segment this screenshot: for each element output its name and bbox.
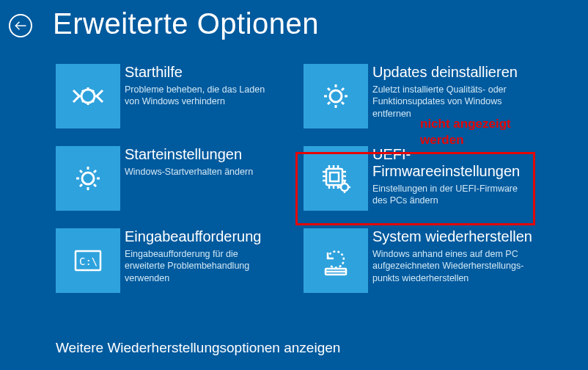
terminal-icon: C:\: [56, 228, 120, 293]
header: Erweiterte Optionen: [0, 0, 588, 40]
tile-title: Eingabeaufforderung: [125, 228, 279, 245]
svg-point-18: [341, 184, 348, 191]
gear-icon: [304, 64, 368, 128]
restore-icon: [304, 228, 368, 293]
tile-desc: Probleme beheben, die das Laden von Wind…: [125, 84, 279, 108]
svg-rect-5: [330, 173, 339, 181]
options-grid: Starthilfe Probleme beheben, die das Lad…: [0, 40, 588, 293]
tile-desc: Eingabeaufforderung für die erweiterte P…: [125, 248, 279, 284]
tile-system-restore[interactable]: System wiederherstellen Windows anhand e…: [304, 228, 545, 293]
tile-title: Updates deinstallieren: [372, 64, 526, 81]
svg-rect-4: [326, 169, 342, 185]
tile-uefi-firmware[interactable]: UEFI-Firmwareeinstellungen Einstellungen…: [304, 146, 545, 211]
tile-title: Starthilfe: [125, 64, 279, 81]
tile-text: Starthilfe Probleme beheben, die das Lad…: [125, 64, 279, 108]
arrow-left-icon: [14, 19, 27, 32]
tile-title: UEFI-Firmwareeinstellungen: [372, 146, 545, 180]
tile-text: Starteinstellungen Windows-Startverhalte…: [125, 146, 253, 178]
annotation-text: nicht angezeigt werden: [420, 116, 511, 148]
tile-text: UEFI-Firmwareeinstellungen Einstellungen…: [372, 146, 545, 207]
tile-desc: Windows-Startverhalten ändern: [125, 166, 253, 178]
tile-command-prompt[interactable]: C:\ Eingabeaufforderung Eingabeaufforder…: [56, 228, 298, 293]
tile-title: System wiederherstellen: [372, 228, 532, 245]
tile-startup-settings[interactable]: Starteinstellungen Windows-Startverhalte…: [56, 146, 298, 211]
tile-text: System wiederherstellen Windows anhand e…: [372, 228, 532, 284]
tile-desc: Zuletzt installierte Qualitäts- oder Fun…: [372, 84, 526, 120]
page-title: Erweiterte Optionen: [53, 7, 319, 40]
startup-repair-icon: [56, 64, 120, 128]
svg-point-2: [330, 90, 342, 102]
chip-gear-icon: [304, 146, 368, 211]
tile-text: Eingabeaufforderung Eingabeaufforderung …: [125, 228, 279, 284]
svg-point-3: [82, 173, 94, 184]
tile-desc: Windows anhand eines auf dem PC aufgezei…: [372, 248, 526, 284]
annotation-line: werden: [420, 132, 511, 148]
tile-desc: Einstellungen in der UEFI-Firmware des P…: [372, 183, 526, 207]
svg-text:C:\: C:\: [79, 255, 98, 267]
tile-title: Starteinstellungen: [125, 146, 253, 163]
gear-icon: [56, 146, 120, 211]
tile-text: Updates deinstallieren Zuletzt installie…: [372, 64, 526, 120]
annotation-line: nicht angezeigt: [420, 116, 511, 132]
more-recovery-options-link[interactable]: Weitere Wiederherstellungsoptionen anzei…: [56, 340, 340, 356]
back-button[interactable]: [9, 14, 32, 37]
tile-startup-repair[interactable]: Starthilfe Probleme beheben, die das Lad…: [56, 64, 298, 128]
